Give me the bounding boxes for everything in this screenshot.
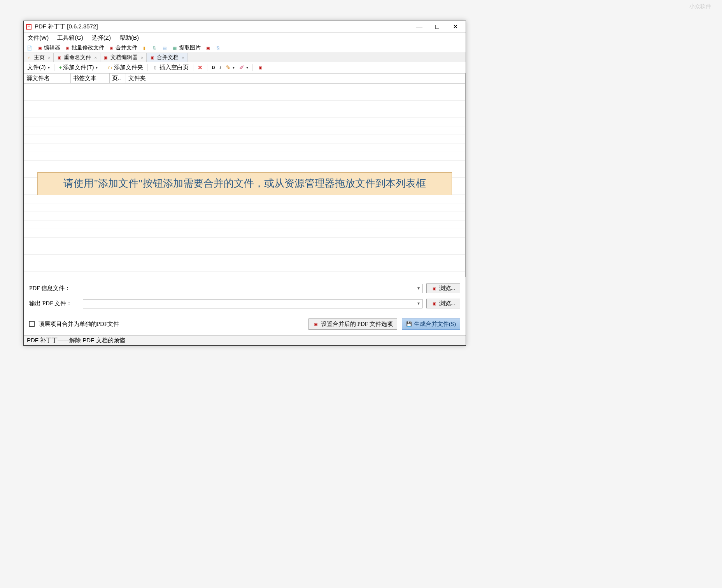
highlighter-icon: ✐ (239, 64, 244, 71)
menu-toolbox[interactable]: 工具箱(G) (56, 33, 85, 42)
col-folder[interactable]: 文件夹 (126, 74, 153, 83)
highlight-btn[interactable]: ✐▾ (238, 64, 249, 72)
chevron-down-icon: ▾ (233, 65, 235, 70)
watermark-text: 小众软件 (689, 3, 711, 10)
sub-toolbar: 文件(J) ▾ + 添加文件(T) ▾ 🗀 添加文件夹 ▯ 插入空白页 ✕ B … (24, 62, 466, 73)
tab-close-icon[interactable]: × (139, 55, 143, 60)
separator (147, 64, 148, 71)
window-controls: — □ ✕ (410, 21, 464, 33)
add-folder-btn[interactable]: 🗀 添加文件夹 (105, 63, 144, 72)
info-file-input[interactable] (83, 284, 422, 293)
page-icon: ▯ (152, 65, 158, 71)
delete-btn[interactable]: ✕ (196, 64, 204, 72)
insert-blank-btn[interactable]: ▯ 插入空白页 (151, 63, 190, 72)
add-folder-label: 添加文件夹 (114, 64, 143, 71)
separator (207, 64, 207, 71)
file-list-grid[interactable]: 源文件名 书签文本 页.. 文件夹 请使用"添加文件"按钮添加需要合并的文件，或… (24, 73, 466, 277)
tab-home[interactable]: ⌂ 主页 × (24, 53, 54, 62)
main-toolbar: 📄 ▣ 编辑器 ▣ 批量修改文件 ▣ 合并文件 ▮ ⎘ ▤ ▦ 提取图片 ▣ ⎘ (24, 43, 466, 53)
merge-options-btn[interactable]: ▣ 设置合并后的 PDF 文件选项 (308, 318, 397, 330)
merge-label: 合并文件 (116, 44, 137, 51)
separate-pdf-checkbox[interactable]: 顶层项目合并为单独的PDF文件 (29, 320, 119, 328)
save-icon: 💾 (406, 321, 412, 327)
tab-rename-label: 重命名文件 (64, 54, 91, 61)
toolbar-btn-x3[interactable]: ▤ (160, 44, 169, 51)
tab-close-icon[interactable]: × (93, 55, 96, 60)
info-file-label: PDF 信息文件： (29, 285, 79, 292)
toolbar-btn-editor[interactable]: ▣ 编辑器 (35, 44, 61, 52)
home-icon: ⌂ (26, 54, 32, 61)
col-bookmark[interactable]: 书签文本 (71, 74, 110, 83)
add-file-label: 添加文件(T) (63, 64, 94, 71)
folder-icon: 🗀 (107, 65, 113, 71)
file-menu-label: 文件(J) (27, 64, 46, 71)
pdf-icon: ▣ (205, 45, 211, 51)
tool-icon: ▮ (141, 45, 147, 51)
italic-btn[interactable]: I (218, 64, 222, 71)
toolbar-btn-merge[interactable]: ▣ 合并文件 (107, 44, 138, 52)
toolbar-btn-extract[interactable]: ▦ 提取图片 (170, 44, 202, 52)
add-file-btn[interactable]: + 添加文件(T) ▾ (58, 63, 99, 72)
pdf-icon: ▣ (37, 45, 43, 51)
grid-header: 源文件名 书签文本 页.. 文件夹 (24, 74, 465, 84)
tab-merge-doc[interactable]: ▣ 合并文档 × (147, 53, 188, 62)
generate-merge-btn[interactable]: 💾 生成合并文件(S) (402, 318, 460, 330)
pdf-icon: ▣ (431, 301, 438, 307)
checkbox-label: 顶层项目合并为单独的PDF文件 (39, 321, 119, 327)
pdf-opt-btn[interactable]: ▣ (256, 64, 265, 71)
paste-icon: ⎘ (215, 45, 221, 51)
browse-info-btn[interactable]: ▣ 浏览... (426, 284, 460, 293)
toolbar-btn-x2[interactable]: ⎘ (150, 44, 159, 51)
output-file-input[interactable] (83, 299, 422, 308)
pencil-icon: ✎ (226, 64, 231, 71)
delete-icon: ✕ (198, 64, 203, 71)
menu-select[interactable]: 选择(Z) (90, 33, 112, 42)
maximize-button[interactable]: □ (428, 21, 446, 33)
col-page[interactable]: 页.. (110, 74, 126, 83)
toolbar-btn-x5[interactable]: ⎘ (214, 44, 222, 51)
edit-btn[interactable]: ✎▾ (224, 64, 236, 72)
col-source[interactable]: 源文件名 (24, 74, 71, 83)
bold-icon: B (212, 65, 215, 70)
close-button[interactable]: ✕ (446, 21, 464, 33)
separator (102, 64, 102, 71)
menu-file[interactable]: 文件(W) (26, 33, 50, 42)
tab-close-icon[interactable]: × (180, 55, 184, 60)
plus-icon: + (59, 64, 62, 71)
file-menu-btn[interactable]: 文件(J) ▾ (26, 63, 51, 72)
batch-label: 批量修改文件 (72, 44, 104, 51)
tab-merge-label: 合并文档 (157, 54, 179, 61)
pdf-icon: ▣ (431, 285, 438, 292)
svg-rect-3 (28, 26, 30, 26)
pdf-icon: ▣ (108, 45, 114, 51)
status-text: PDF 补丁丁——解除 PDF 文档的烦恼 (27, 337, 125, 343)
doc-icon: ▤ (161, 45, 168, 51)
browse-output-btn[interactable]: ▣ 浏览... (426, 299, 460, 308)
bold-btn[interactable]: B (210, 64, 216, 71)
toolbar-btn-x1[interactable]: ▮ (140, 44, 149, 51)
toolbar-btn-batch[interactable]: ▣ 批量修改文件 (63, 44, 105, 52)
pdf-icon: ▣ (149, 54, 155, 61)
separator (193, 64, 193, 71)
pdf-icon: ▣ (313, 321, 319, 327)
copy-icon: ⎘ (151, 45, 158, 51)
tab-strip: ⌂ 主页 × ▣ 重命名文件 × ▣ 文档编辑器 × ▣ 合并文档 × (24, 53, 466, 62)
toolbar-btn-x4[interactable]: ▣ (203, 44, 212, 51)
generate-btn-label: 生成合并文件(S) (414, 320, 456, 328)
tab-rename[interactable]: ▣ 重命名文件 × (54, 53, 100, 62)
bottom-controls: 顶层项目合并为单独的PDF文件 ▣ 设置合并后的 PDF 文件选项 💾 生成合并… (24, 318, 466, 335)
editor-label: 编辑器 (44, 44, 60, 51)
tab-doc-editor[interactable]: ▣ 文档编辑器 × (100, 53, 147, 62)
italic-icon: I (219, 65, 221, 70)
output-file-row: 输出 PDF 文件： ▣ 浏览... (29, 299, 460, 308)
chevron-down-icon: ▾ (48, 65, 50, 70)
app-window: PDF 补丁丁 [0.6.2.3572] — □ ✕ 文件(W) 工具箱(G) … (23, 21, 466, 346)
separator (252, 64, 253, 71)
options-btn-label: 设置合并后的 PDF 文件选项 (321, 320, 393, 328)
tab-close-icon[interactable]: × (46, 55, 50, 60)
toolbar-btn-new[interactable]: 📄 (25, 44, 34, 51)
minimize-button[interactable]: — (410, 21, 428, 33)
browse-label: 浏览... (439, 300, 455, 307)
menu-help[interactable]: 帮助(B) (118, 33, 140, 42)
tab-home-label: 主页 (34, 54, 45, 61)
